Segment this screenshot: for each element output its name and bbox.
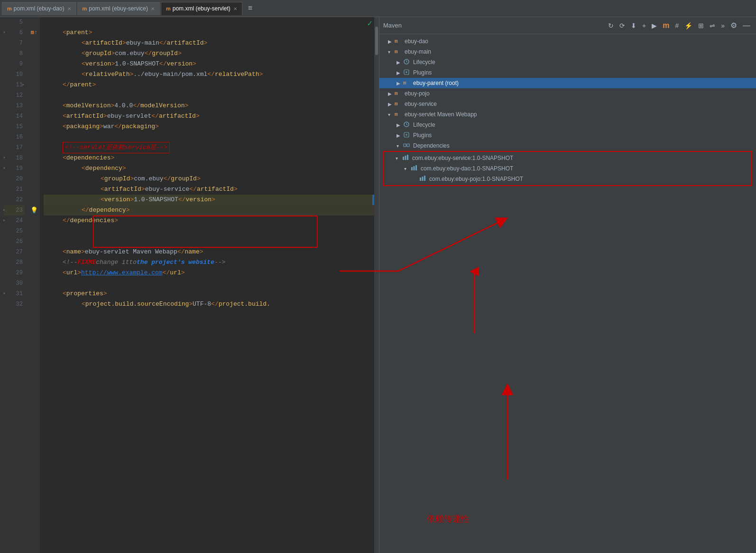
tab-service[interactable]: m pom.xml (ebuy-service) ✕	[77, 2, 160, 15]
ln-19: ▾19	[4, 163, 25, 174]
tree-label-pojo: ebuy-pojo	[405, 90, 430, 97]
chevron-service: ▶	[388, 102, 395, 107]
code-line-18: <dependencies>	[44, 153, 375, 163]
lifecycle-icon-servlet	[403, 121, 412, 129]
ln-6: ▾6	[4, 28, 25, 38]
code-line-5	[44, 17, 375, 28]
svg-rect-10	[414, 166, 415, 170]
maven-minimize-button[interactable]: —	[741, 20, 752, 31]
tab-servlet[interactable]: m pom.xml (ebuy-servlet) ✕	[161, 2, 242, 15]
code-line-9: <version>1.0-SNAPSHOT</version>	[44, 59, 375, 69]
maven-refresh-button[interactable]: ↻	[606, 21, 616, 30]
maven-download-button[interactable]: ⬇	[629, 21, 638, 30]
tab-service-close[interactable]: ✕	[151, 6, 155, 11]
maven-lightning-button[interactable]: ⚡	[682, 21, 694, 30]
ln-9: 9	[4, 59, 25, 69]
tab-service-label: pom.xml (ebuy-service)	[89, 5, 148, 12]
tab-overflow-button[interactable]: ≡	[245, 3, 256, 14]
code-content[interactable]: <parent> <artifactId>ebuy-main</artifact…	[40, 17, 379, 553]
code-line-17: <!--servLet层依赖service层-->	[44, 142, 375, 153]
tree-item-ebuy-main[interactable]: ▾ m ebuy-main	[379, 47, 756, 57]
editor-checkmark: ✓	[367, 18, 372, 28]
ln-32: 32	[4, 299, 25, 309]
ln-16: 16	[4, 132, 25, 142]
ln-24: ▸24	[4, 216, 25, 226]
gutter-16	[28, 132, 40, 142]
ln-17: 17	[4, 142, 25, 153]
gutter-9	[28, 59, 40, 69]
chevron-lifecycle-main: ▶	[396, 60, 403, 65]
gutter-20	[28, 174, 40, 184]
ln-28: 28	[4, 257, 25, 268]
code-line-13: <modelVersion>4.0.0</modelVersion>	[44, 101, 375, 111]
vertical-scrollbar[interactable]	[374, 17, 379, 553]
code-line-20: <groupId>com.ebuy</groupId>	[44, 174, 375, 184]
module-icon-pojo: m	[395, 91, 403, 96]
svg-rect-14	[424, 176, 425, 181]
ln-31: ▾31	[4, 289, 25, 299]
gutter-26	[28, 236, 40, 247]
tree-item-ebuy-parent[interactable]: ▶ m ebuy-parent (root)	[379, 78, 756, 88]
tab-dao[interactable]: m pom.xml (ebuy-dao) ✕	[2, 2, 76, 15]
ln-11: ▸11	[4, 80, 25, 90]
gutter-12	[28, 90, 40, 101]
tree-item-plugins-servlet[interactable]: ▶ Plugins	[379, 130, 756, 141]
code-area: 5 ▾6 7 8 9 10 ▸11 12 13 14 15 16 17 ▾18 …	[0, 17, 379, 553]
svg-rect-12	[420, 178, 421, 181]
gutter-29	[28, 268, 40, 278]
code-line-10: <relativePath>../ebuy-main/pom.xml</rela…	[44, 69, 375, 80]
svg-rect-6	[403, 157, 404, 160]
maven-generate-button[interactable]: ⟳	[618, 21, 627, 30]
tree-item-ebuy-servlet[interactable]: ▾ m ebuy-servlet Maven Webapp	[379, 109, 756, 120]
tree-item-dep-dao[interactable]: ▾ com.ebuy:ebuy-dao:1.0-SNAPSHOT	[384, 163, 751, 174]
tab-dao-close[interactable]: ✕	[67, 6, 71, 11]
tree-item-ebuy-service[interactable]: ▶ m ebuy-service	[379, 99, 756, 109]
code-line-30	[44, 278, 375, 289]
tree-item-ebuy-dao[interactable]: ▶ m ebuy-dao	[379, 36, 756, 47]
tree-label-deps-servlet: Dependencies	[413, 142, 450, 149]
chevron-pojo: ▶	[388, 91, 395, 96]
code-line-22: <version>1.0-SNAPSHOT</version>	[44, 195, 375, 205]
maven-columns-button[interactable]: ⊞	[696, 21, 706, 30]
gutter-18	[28, 153, 40, 163]
code-line-8: <groupId>com.ebuy</groupId>	[44, 48, 375, 59]
maven-toggle-button[interactable]: #	[673, 21, 681, 30]
bar-icon-dep-dao	[411, 165, 419, 173]
ln-26: 26	[4, 236, 25, 247]
maven-add-button[interactable]: +	[640, 21, 648, 30]
code-line-6: <parent>	[44, 28, 375, 38]
gutter-27	[28, 247, 40, 257]
tree-item-plugins-main[interactable]: ▶ Plugins	[379, 67, 756, 78]
module-icon-main: m	[395, 49, 403, 55]
ln-7: 7	[4, 38, 25, 48]
maven-settings-button[interactable]: ⚙	[728, 20, 739, 31]
maven-more-button[interactable]: »	[719, 21, 727, 30]
ln-18: ▾18	[4, 153, 25, 163]
tree-item-dependencies-servlet[interactable]: ▾ Dependencies	[379, 141, 756, 151]
module-icon-servlet: m	[395, 112, 403, 117]
gutter-13	[28, 101, 40, 111]
tree-item-ebuy-pojo[interactable]: ▶ m ebuy-pojo	[379, 88, 756, 99]
code-line-19: <dependency>	[44, 163, 375, 174]
gutter-32	[28, 299, 40, 309]
chevron-plugins-main: ▶	[396, 70, 403, 75]
gutter-30	[28, 278, 40, 289]
maven-run-button[interactable]: ▶	[650, 21, 659, 30]
bar-icon-dep-service	[402, 154, 411, 162]
maven-switch-button[interactable]: ⇌	[708, 21, 717, 30]
tree-item-lifecycle-main[interactable]: ▶ Lifecycle	[379, 57, 756, 67]
code-line-16	[44, 132, 375, 142]
plugin-icon-servlet	[403, 131, 412, 140]
tab-servlet-close[interactable]: ✕	[233, 6, 237, 11]
tree-item-lifecycle-servlet[interactable]: ▶ Lifecycle	[379, 120, 756, 130]
tree-item-dep-service[interactable]: ▾ com.ebuy:ebuy-service:1.0-SNAPSHOT	[384, 153, 751, 163]
ln-12: 12	[4, 90, 25, 101]
maven-toolbar: ↻ ⟳ ⬇ + ▶ m # ⚡ ⊞ ⇌ » ⚙ —	[606, 20, 752, 31]
maven-m-button[interactable]: m	[661, 20, 671, 31]
gutter-14	[28, 111, 40, 122]
tree-item-dep-pojo[interactable]: ▶ com.ebuy:ebuy-pojo:1.0-SNAPSHOT	[384, 174, 751, 184]
scrollbar-thumb	[375, 27, 378, 55]
tree-label-servlet: ebuy-servlet Maven Webapp	[405, 111, 477, 118]
tab-service-icon: m	[83, 6, 87, 11]
code-line-15: <packaging>war</packaging>	[44, 122, 375, 132]
